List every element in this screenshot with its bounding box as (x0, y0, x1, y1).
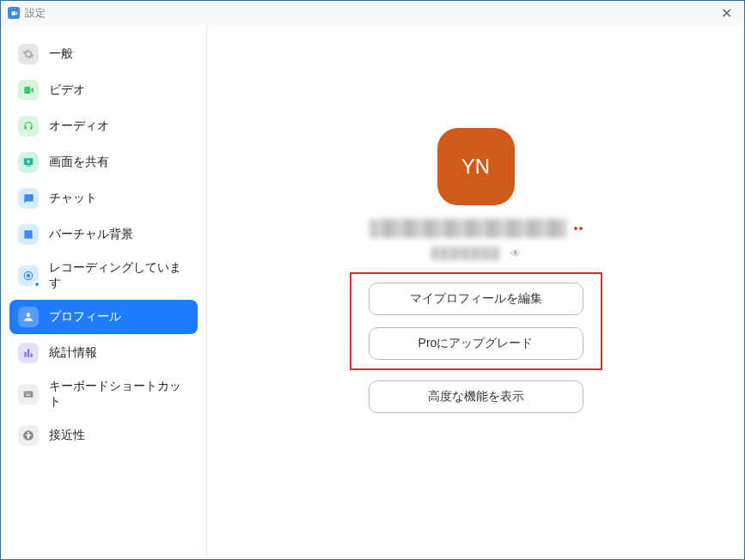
main-content: YN 👁 マイプロフィールを編集 Proにアップグレード 高度な機能を表示 (207, 25, 744, 559)
avatar[interactable]: YN (437, 128, 515, 205)
sidebar: 一般 ビデオ オーディオ 画面を共有 (1, 25, 207, 559)
status-indicator-icon (574, 227, 583, 230)
statistics-icon (18, 343, 39, 363)
titlebar: 設定 ✕ (1, 1, 744, 25)
profile-name-redacted (369, 219, 567, 238)
headphones-icon (18, 116, 39, 137)
svg-rect-2 (24, 392, 34, 398)
window-title: 設定 (25, 6, 46, 21)
advanced-features-button[interactable]: 高度な機能を表示 (369, 380, 583, 413)
svg-rect-4 (27, 393, 28, 393)
recording-icon (18, 265, 39, 286)
profile-email-redacted (431, 247, 500, 260)
sidebar-item-label: 一般 (49, 46, 73, 62)
sidebar-item-general[interactable]: 一般 (9, 37, 198, 71)
sidebar-item-audio[interactable]: オーディオ (9, 109, 198, 143)
reveal-icon[interactable]: 👁 (510, 247, 521, 259)
sidebar-item-share-screen[interactable]: 画面を共有 (9, 145, 198, 180)
gear-icon (18, 44, 39, 64)
annotation-highlight: マイプロフィールを編集 Proにアップグレード (350, 272, 602, 370)
profile-name-row (369, 219, 583, 238)
sidebar-item-label: ビデオ (49, 82, 85, 98)
video-icon (18, 80, 39, 100)
sidebar-item-label: レコーディングしています (49, 260, 189, 291)
profile-email-row: 👁 (431, 247, 521, 260)
sidebar-item-accessibility[interactable]: 接近性 (9, 418, 198, 453)
sidebar-item-label: チャット (49, 191, 97, 206)
app-icon (8, 7, 20, 19)
virtual-background-icon (18, 224, 39, 245)
sidebar-item-recording[interactable]: レコーディングしています (9, 253, 198, 298)
sidebar-item-label: プロフィール (49, 309, 121, 325)
chat-icon (18, 188, 39, 209)
sidebar-item-label: キーボードショートカット (49, 379, 189, 410)
settings-window: 設定 ✕ 一般 ビデオ オーディオ (0, 0, 745, 560)
sidebar-item-chat[interactable]: チャット (9, 181, 198, 216)
sidebar-item-label: 接近性 (49, 428, 85, 443)
sidebar-item-virtual-background[interactable]: バーチャル背景 (9, 217, 198, 252)
svg-point-1 (27, 274, 31, 278)
sidebar-item-video[interactable]: ビデオ (9, 73, 198, 107)
svg-rect-6 (26, 395, 31, 396)
sidebar-item-label: 画面を共有 (49, 155, 109, 170)
edit-profile-button[interactable]: マイプロフィールを編集 (369, 283, 583, 315)
sidebar-item-label: 統計情報 (49, 345, 97, 361)
upgrade-pro-button[interactable]: Proにアップグレード (369, 327, 583, 360)
svg-rect-5 (29, 393, 30, 393)
accessibility-icon (18, 425, 39, 446)
profile-icon (18, 307, 39, 327)
svg-rect-3 (26, 393, 27, 393)
sidebar-item-label: バーチャル背景 (49, 227, 133, 242)
sidebar-item-label: オーディオ (49, 119, 109, 134)
sidebar-item-statistics[interactable]: 統計情報 (9, 336, 198, 370)
keyboard-icon (18, 384, 39, 405)
sidebar-item-keyboard-shortcuts[interactable]: キーボードショートカット (9, 372, 198, 417)
sidebar-item-profile[interactable]: プロフィール (9, 300, 198, 334)
close-button[interactable]: ✕ (716, 3, 737, 23)
svg-point-8 (27, 432, 29, 434)
body-area: 一般 ビデオ オーディオ 画面を共有 (1, 25, 744, 559)
avatar-initials: YN (461, 155, 490, 179)
titlebar-left: 設定 (8, 6, 46, 21)
share-screen-icon (18, 152, 39, 173)
